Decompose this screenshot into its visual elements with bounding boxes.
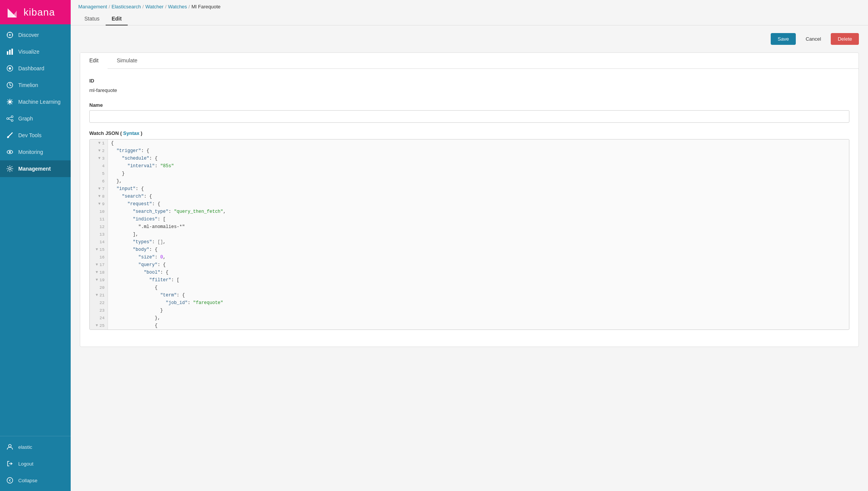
- svg-line-28: [8, 119, 11, 120]
- json-line-1: ▼1{: [90, 139, 849, 147]
- tab-status[interactable]: Status: [78, 13, 106, 25]
- breadcrumb-watches[interactable]: Watches: [168, 4, 187, 10]
- compass-icon: [6, 31, 14, 39]
- json-line-17: ▼17 "query": {: [90, 261, 849, 269]
- sidebar-item-discover[interactable]: Discover: [0, 27, 71, 43]
- sidebar-item-dashboard[interactable]: Dashboard: [0, 60, 71, 77]
- json-line-15: ▼15 "body": {: [90, 246, 849, 253]
- sidebar-bottom: elastic Logout Collapse: [0, 436, 71, 491]
- breadcrumb-watcher[interactable]: Watcher: [145, 4, 163, 10]
- sidebar-item-user[interactable]: elastic: [0, 439, 71, 455]
- sidebar-item-label: Management: [18, 166, 51, 172]
- form-tab-simulate[interactable]: Simulate: [108, 53, 146, 69]
- bar-chart-icon: [6, 48, 14, 55]
- sidebar-logo[interactable]: kibana: [0, 0, 71, 24]
- ml-icon: [6, 98, 14, 106]
- json-line-16: 16 "size": 0,: [90, 253, 849, 261]
- sidebar-item-collapse[interactable]: Collapse: [0, 472, 71, 489]
- sidebar: kibana Discover Visualize Dashboard: [0, 0, 71, 491]
- breadcrumb-management[interactable]: Management: [78, 4, 107, 10]
- sidebar-logout-label: Logout: [18, 461, 33, 467]
- form-tab-edit[interactable]: Edit: [80, 53, 108, 69]
- sidebar-collapse-label: Collapse: [18, 478, 38, 483]
- breadcrumb-bar: Management / Elasticsearch / Watcher / W…: [71, 0, 868, 25]
- content-area: Save Cancel Delete Edit Simulate ID ml-f…: [71, 25, 868, 491]
- breadcrumb-elasticsearch[interactable]: Elasticsearch: [112, 4, 141, 10]
- breadcrumb-current: Ml Farequote: [192, 4, 221, 10]
- tab-edit[interactable]: Edit: [106, 13, 128, 25]
- sidebar-item-label: Monitoring: [18, 149, 43, 155]
- sidebar-item-machine-learning[interactable]: Machine Learning: [0, 93, 71, 110]
- sidebar-item-timelion[interactable]: Timelion: [0, 77, 71, 93]
- json-line-11: 11 "indices": [: [90, 215, 849, 223]
- json-line-4: 4 "interval": "85s": [90, 162, 849, 170]
- id-value: ml-farequote: [89, 86, 849, 95]
- svg-point-15: [9, 101, 11, 103]
- wrench-icon: [6, 131, 14, 139]
- json-line-5: 5 }: [90, 170, 849, 177]
- json-line-21: ▼21 "term": {: [90, 291, 849, 299]
- sidebar-item-label: Timelion: [18, 82, 38, 88]
- id-label: ID: [89, 78, 849, 84]
- json-line-12: 12 ".ml-anomalies-*": [90, 223, 849, 231]
- sidebar-nav: Discover Visualize Dashboard Timelion: [0, 24, 71, 436]
- svg-point-35: [7, 478, 13, 483]
- name-field-group: Name: [89, 102, 849, 123]
- sidebar-item-label: Dev Tools: [18, 132, 41, 138]
- json-line-3: ▼3 "schedule": {: [90, 155, 849, 162]
- svg-line-20: [8, 100, 9, 101]
- form-card: Edit Simulate ID ml-farequote Name Watch…: [80, 52, 859, 347]
- chevron-left-icon: [6, 477, 14, 484]
- sidebar-user-label: elastic: [18, 444, 32, 450]
- form-tabs: Edit Simulate: [80, 53, 858, 69]
- svg-point-25: [11, 116, 13, 118]
- gear-icon: [6, 165, 14, 173]
- watch-json-label: Watch JSON ( Syntax ): [89, 130, 849, 136]
- json-line-7: ▼7 "input": {: [90, 185, 849, 193]
- svg-line-23: [8, 103, 9, 104]
- save-button[interactable]: Save: [771, 33, 796, 45]
- cancel-button[interactable]: Cancel: [799, 33, 828, 45]
- sidebar-item-label: Machine Learning: [18, 99, 60, 105]
- sidebar-logo-text: kibana: [24, 6, 55, 18]
- watch-json-field-group: Watch JSON ( Syntax ) ▼1{▼2 "trigger": {…: [89, 130, 849, 330]
- eye-icon: [6, 148, 14, 156]
- json-line-18: ▼18 "bool": {: [90, 269, 849, 276]
- timelion-icon: [6, 81, 14, 89]
- kibana-logo-icon: [6, 5, 20, 19]
- form-body: ID ml-farequote Name Watch JSON ( Syntax…: [80, 69, 858, 347]
- dashboard-icon: [6, 65, 14, 72]
- svg-point-26: [11, 120, 13, 122]
- json-line-13: 13 ],: [90, 231, 849, 238]
- sidebar-item-label: Dashboard: [18, 65, 44, 71]
- sidebar-item-dev-tools[interactable]: Dev Tools: [0, 127, 71, 144]
- delete-button[interactable]: Delete: [831, 33, 859, 45]
- sign-out-icon: [6, 460, 14, 467]
- sidebar-item-logout[interactable]: Logout: [0, 455, 71, 472]
- graph-icon: [6, 115, 14, 122]
- sidebar-item-label: Discover: [18, 32, 39, 38]
- svg-point-24: [7, 118, 9, 120]
- sidebar-item-label: Visualize: [18, 49, 40, 55]
- json-line-22: 22 "job_id": "farequote": [90, 299, 849, 307]
- sidebar-item-graph[interactable]: Graph: [0, 110, 71, 127]
- svg-point-33: [9, 445, 11, 447]
- breadcrumb: Management / Elasticsearch / Watcher / W…: [78, 4, 860, 10]
- svg-rect-9: [7, 51, 8, 55]
- svg-rect-10: [9, 50, 11, 55]
- svg-line-27: [8, 117, 11, 118]
- name-input[interactable]: [89, 110, 849, 123]
- svg-point-32: [9, 168, 11, 170]
- json-line-6: 6 },: [90, 177, 849, 185]
- json-line-24: 24 },: [90, 314, 849, 322]
- syntax-link[interactable]: Syntax: [123, 130, 139, 136]
- svg-point-31: [9, 151, 11, 153]
- user-icon: [6, 443, 14, 451]
- svg-point-4: [9, 34, 11, 36]
- sidebar-item-monitoring[interactable]: Monitoring: [0, 144, 71, 160]
- sidebar-item-visualize[interactable]: Visualize: [0, 43, 71, 60]
- action-bar: Save Cancel Delete: [80, 33, 859, 45]
- json-line-14: 14 "types": [],: [90, 238, 849, 246]
- json-editor[interactable]: ▼1{▼2 "trigger": {▼3 "schedule": {4 "int…: [89, 139, 849, 330]
- sidebar-item-management[interactable]: Management: [0, 160, 71, 177]
